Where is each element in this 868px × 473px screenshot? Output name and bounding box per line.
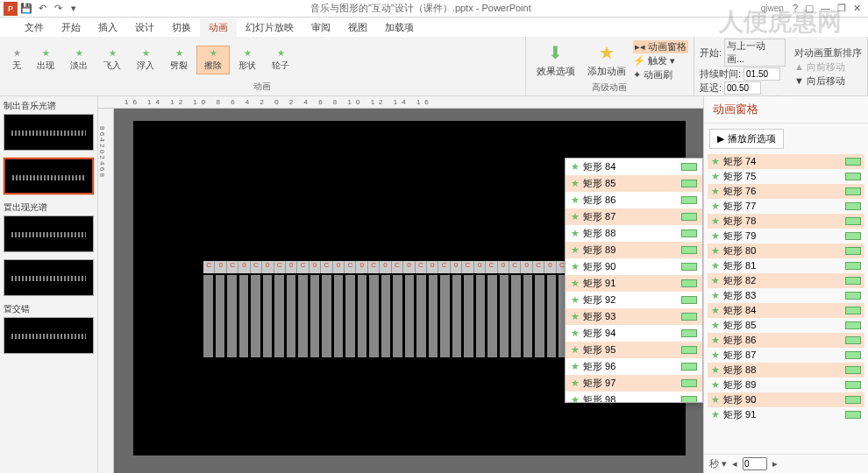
help-icon[interactable]: ? [793,3,798,14]
tab-视图[interactable]: 视图 [339,18,376,37]
close-icon[interactable]: ✕ [853,3,861,14]
thumbnail-0[interactable]: 制出音乐光谱 [4,100,94,151]
ppt-icon[interactable]: P [4,2,18,16]
star-icon: ★ [711,409,720,420]
anim-劈裂[interactable]: ★劈裂 [163,46,195,74]
effect-options-button[interactable]: ⬇效果选项 [531,40,580,80]
anim-list-item[interactable]: ★矩形 81 [708,258,864,273]
star-icon: ★ [571,244,580,256]
anim-list-item[interactable]: ★矩形 76 [708,184,864,199]
add-animation-button[interactable]: ★添加动画 [582,40,631,80]
add-anim-icon: ★ [599,42,615,63]
anim-list-item[interactable]: ★矩形 82 [708,273,864,288]
anim-list-item[interactable]: ★矩形 79 [708,229,864,244]
timing-bar [845,381,861,389]
tab-动画[interactable]: 动画 [200,18,237,37]
anim-list-item[interactable]: ★矩形 77 [708,199,864,214]
tab-设计[interactable]: 设计 [126,18,163,37]
popup-item[interactable]: ★矩形 91 [566,275,702,292]
popup-item[interactable]: ★矩形 90 [566,258,702,275]
anim-list-item[interactable]: ★矩形 86 [708,333,864,348]
play-selection-button[interactable]: ▶播放所选项 [709,129,784,149]
trigger-button[interactable]: ⚡ 触发 ▾ [633,54,688,67]
anim-list-item[interactable]: ★矩形 87 [708,348,864,363]
star-icon: ★ [711,156,720,167]
anim-list-item[interactable]: ★矩形 75 [708,169,864,184]
timeline-next-icon[interactable]: ▸ [772,458,778,469]
popup-item[interactable]: ★矩形 96 [566,358,702,375]
anim-list-item[interactable]: ★矩形 91 [708,407,864,422]
popup-item[interactable]: ★矩形 85 [566,175,702,192]
undo-icon[interactable]: ↶ [35,2,49,16]
timeline-pos-input[interactable] [743,457,767,470]
popup-item[interactable]: ★矩形 98 [566,392,702,403]
anim-list-item[interactable]: ★矩形 78 [708,214,864,229]
thumbnail-4[interactable]: 置交错 [4,303,94,354]
thumbnail-3[interactable] [4,259,94,296]
popup-item[interactable]: ★矩形 92 [566,292,702,308]
delay-label: 延迟: [700,81,722,95]
star-icon: ★ [571,211,580,222]
anim-list-item[interactable]: ★矩形 74 [708,154,864,169]
anim-擦除[interactable]: ★擦除 [196,46,230,74]
anim-轮子[interactable]: ★轮子 [265,46,296,74]
anim-无[interactable]: ★无 [5,46,28,74]
timing-bar [681,296,697,304]
timing-bar [845,307,861,314]
animation-pane-toggle[interactable]: ▸◂ 动画窗格 [633,40,688,53]
popup-item[interactable]: ★矩形 95 [566,342,702,358]
popup-item[interactable]: ★矩形 97 [566,375,702,392]
redo-icon[interactable]: ↷ [51,2,65,16]
tab-加载项[interactable]: 加载项 [376,18,423,37]
start-value[interactable]: 与上一动画... [724,39,786,67]
tab-文件[interactable]: 文件 [16,18,53,37]
tab-切换[interactable]: 切换 [163,18,200,37]
tab-审阅[interactable]: 审阅 [302,18,339,37]
tab-幻灯片放映[interactable]: 幻灯片放映 [237,18,302,37]
tab-插入[interactable]: 插入 [89,18,126,37]
animation-painter-button[interactable]: ✦ 动画刷 [633,68,688,81]
anim-浮入[interactable]: ★浮入 [130,46,161,74]
timing-bar [845,351,861,359]
timeline-prev-icon[interactable]: ◂ [732,458,737,469]
animation-list: ★矩形 74★矩形 75★矩形 76★矩形 77★矩形 78★矩形 79★矩形 … [704,154,868,454]
tab-开始[interactable]: 开始 [53,18,89,37]
maximize-icon[interactable]: ❐ [837,3,846,14]
popup-item[interactable]: ★矩形 84 [566,159,702,175]
delay-input[interactable] [724,81,761,95]
save-icon[interactable]: 💾 [19,2,33,16]
anim-淡出[interactable]: ★淡出 [63,46,95,74]
popup-item[interactable]: ★矩形 88 [566,225,702,242]
popup-item[interactable]: ★矩形 89 [566,242,702,258]
timing-bar [845,247,861,255]
seconds-dropdown[interactable]: 秒 ▾ [709,457,727,470]
timing-bar [681,396,697,403]
popup-item[interactable]: ★矩形 94 [566,325,702,342]
timing-bar [681,379,697,387]
timing-bar [681,180,697,187]
thumbnail-2[interactable]: 置出现光谱 [4,201,94,252]
anim-list-item[interactable]: ★矩形 80 [708,244,864,258]
anim-list-item[interactable]: ★矩形 88 [708,363,864,378]
minimize-icon[interactable]: — [821,3,830,14]
duration-input[interactable] [743,67,780,81]
move-later-button[interactable]: ▼ 向后移动 [794,74,862,88]
qat-more-icon[interactable]: ▾ [67,2,81,16]
thumbnail-1[interactable] [4,158,94,194]
star-icon: ★ [711,230,720,242]
timing-bar [845,336,861,344]
anim-list-item[interactable]: ★矩形 90 [708,392,864,407]
popup-item[interactable]: ★矩形 93 [566,308,702,325]
anim-形状[interactable]: ★形状 [231,46,263,74]
timing-bar [845,262,861,270]
move-earlier-button[interactable]: ▲ 向前移动 [794,60,862,74]
anim-出现[interactable]: ★出现 [30,46,61,74]
anim-list-item[interactable]: ★矩形 85 [708,318,864,333]
anim-list-item[interactable]: ★矩形 84 [708,303,864,318]
anim-飞入[interactable]: ★飞入 [96,46,128,74]
popup-item[interactable]: ★矩形 86 [566,192,702,208]
popup-item[interactable]: ★矩形 87 [566,208,702,225]
ribbon-opts-icon[interactable]: ▢ [805,3,814,14]
anim-list-item[interactable]: ★矩形 89 [708,378,864,392]
anim-list-item[interactable]: ★矩形 83 [708,288,864,303]
